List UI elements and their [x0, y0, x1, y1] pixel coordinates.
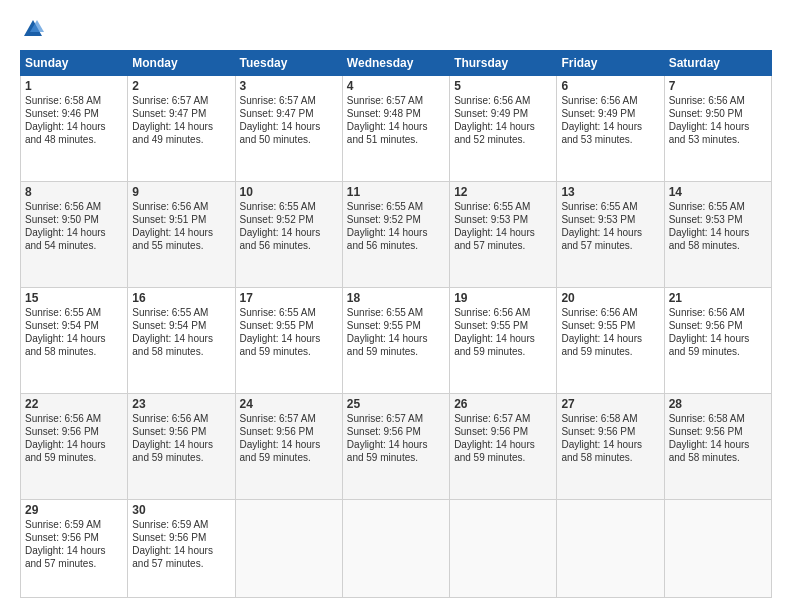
day-number: 3	[240, 79, 338, 93]
day-number: 7	[669, 79, 767, 93]
calendar-cell: 7 Sunrise: 6:56 AM Sunset: 9:50 PM Dayli…	[664, 76, 771, 182]
calendar-cell: 18 Sunrise: 6:55 AM Sunset: 9:55 PM Dayl…	[342, 287, 449, 393]
day-info: Sunrise: 6:58 AM Sunset: 9:46 PM Dayligh…	[25, 94, 123, 146]
day-info: Sunrise: 6:57 AM Sunset: 9:47 PM Dayligh…	[132, 94, 230, 146]
day-number: 23	[132, 397, 230, 411]
day-number: 12	[454, 185, 552, 199]
day-number: 15	[25, 291, 123, 305]
calendar-cell: 14 Sunrise: 6:55 AM Sunset: 9:53 PM Dayl…	[664, 181, 771, 287]
day-number: 10	[240, 185, 338, 199]
day-number: 25	[347, 397, 445, 411]
day-info: Sunrise: 6:57 AM Sunset: 9:48 PM Dayligh…	[347, 94, 445, 146]
day-info: Sunrise: 6:56 AM Sunset: 9:51 PM Dayligh…	[132, 200, 230, 252]
calendar-cell: 9 Sunrise: 6:56 AM Sunset: 9:51 PM Dayli…	[128, 181, 235, 287]
day-number: 5	[454, 79, 552, 93]
day-info: Sunrise: 6:56 AM Sunset: 9:50 PM Dayligh…	[669, 94, 767, 146]
calendar-cell	[450, 499, 557, 597]
calendar-cell: 8 Sunrise: 6:56 AM Sunset: 9:50 PM Dayli…	[21, 181, 128, 287]
day-number: 13	[561, 185, 659, 199]
day-number: 16	[132, 291, 230, 305]
day-info: Sunrise: 6:57 AM Sunset: 9:56 PM Dayligh…	[454, 412, 552, 464]
day-info: Sunrise: 6:59 AM Sunset: 9:56 PM Dayligh…	[132, 518, 230, 570]
day-info: Sunrise: 6:55 AM Sunset: 9:52 PM Dayligh…	[240, 200, 338, 252]
calendar-cell: 24 Sunrise: 6:57 AM Sunset: 9:56 PM Dayl…	[235, 393, 342, 499]
calendar-cell: 17 Sunrise: 6:55 AM Sunset: 9:55 PM Dayl…	[235, 287, 342, 393]
calendar-cell: 28 Sunrise: 6:58 AM Sunset: 9:56 PM Dayl…	[664, 393, 771, 499]
day-info: Sunrise: 6:55 AM Sunset: 9:55 PM Dayligh…	[347, 306, 445, 358]
calendar-row: 1 Sunrise: 6:58 AM Sunset: 9:46 PM Dayli…	[21, 76, 772, 182]
calendar-cell: 26 Sunrise: 6:57 AM Sunset: 9:56 PM Dayl…	[450, 393, 557, 499]
calendar-row: 15 Sunrise: 6:55 AM Sunset: 9:54 PM Dayl…	[21, 287, 772, 393]
calendar-cell: 11 Sunrise: 6:55 AM Sunset: 9:52 PM Dayl…	[342, 181, 449, 287]
day-info: Sunrise: 6:56 AM Sunset: 9:55 PM Dayligh…	[454, 306, 552, 358]
day-number: 11	[347, 185, 445, 199]
calendar-cell: 1 Sunrise: 6:58 AM Sunset: 9:46 PM Dayli…	[21, 76, 128, 182]
day-number: 6	[561, 79, 659, 93]
calendar-cell: 15 Sunrise: 6:55 AM Sunset: 9:54 PM Dayl…	[21, 287, 128, 393]
calendar-row: 22 Sunrise: 6:56 AM Sunset: 9:56 PM Dayl…	[21, 393, 772, 499]
day-number: 21	[669, 291, 767, 305]
day-number: 17	[240, 291, 338, 305]
day-number: 20	[561, 291, 659, 305]
day-info: Sunrise: 6:58 AM Sunset: 9:56 PM Dayligh…	[669, 412, 767, 464]
day-number: 29	[25, 503, 123, 517]
calendar-cell: 23 Sunrise: 6:56 AM Sunset: 9:56 PM Dayl…	[128, 393, 235, 499]
day-number: 28	[669, 397, 767, 411]
calendar-cell: 30 Sunrise: 6:59 AM Sunset: 9:56 PM Dayl…	[128, 499, 235, 597]
day-of-week-header: Wednesday	[342, 51, 449, 76]
day-number: 8	[25, 185, 123, 199]
day-of-week-header: Friday	[557, 51, 664, 76]
calendar-cell: 27 Sunrise: 6:58 AM Sunset: 9:56 PM Dayl…	[557, 393, 664, 499]
day-info: Sunrise: 6:55 AM Sunset: 9:53 PM Dayligh…	[669, 200, 767, 252]
day-number: 30	[132, 503, 230, 517]
calendar-cell: 16 Sunrise: 6:55 AM Sunset: 9:54 PM Dayl…	[128, 287, 235, 393]
day-info: Sunrise: 6:56 AM Sunset: 9:56 PM Dayligh…	[132, 412, 230, 464]
calendar-header: SundayMondayTuesdayWednesdayThursdayFrid…	[21, 51, 772, 76]
day-info: Sunrise: 6:55 AM Sunset: 9:55 PM Dayligh…	[240, 306, 338, 358]
calendar-cell: 6 Sunrise: 6:56 AM Sunset: 9:49 PM Dayli…	[557, 76, 664, 182]
page-header	[20, 18, 772, 40]
calendar-cell: 21 Sunrise: 6:56 AM Sunset: 9:56 PM Dayl…	[664, 287, 771, 393]
day-number: 9	[132, 185, 230, 199]
day-of-week-header: Tuesday	[235, 51, 342, 76]
day-info: Sunrise: 6:58 AM Sunset: 9:56 PM Dayligh…	[561, 412, 659, 464]
calendar-cell: 29 Sunrise: 6:59 AM Sunset: 9:56 PM Dayl…	[21, 499, 128, 597]
day-number: 19	[454, 291, 552, 305]
logo-icon	[22, 18, 44, 40]
calendar-cell: 2 Sunrise: 6:57 AM Sunset: 9:47 PM Dayli…	[128, 76, 235, 182]
day-of-week-header: Thursday	[450, 51, 557, 76]
day-info: Sunrise: 6:55 AM Sunset: 9:54 PM Dayligh…	[25, 306, 123, 358]
day-number: 14	[669, 185, 767, 199]
calendar-cell: 12 Sunrise: 6:55 AM Sunset: 9:53 PM Dayl…	[450, 181, 557, 287]
calendar-cell: 20 Sunrise: 6:56 AM Sunset: 9:55 PM Dayl…	[557, 287, 664, 393]
calendar-cell: 10 Sunrise: 6:55 AM Sunset: 9:52 PM Dayl…	[235, 181, 342, 287]
day-number: 22	[25, 397, 123, 411]
day-info: Sunrise: 6:56 AM Sunset: 9:49 PM Dayligh…	[454, 94, 552, 146]
day-info: Sunrise: 6:57 AM Sunset: 9:56 PM Dayligh…	[240, 412, 338, 464]
day-of-week-header: Sunday	[21, 51, 128, 76]
calendar-cell	[557, 499, 664, 597]
calendar-cell: 4 Sunrise: 6:57 AM Sunset: 9:48 PM Dayli…	[342, 76, 449, 182]
calendar-cell	[664, 499, 771, 597]
calendar-cell	[342, 499, 449, 597]
day-info: Sunrise: 6:56 AM Sunset: 9:49 PM Dayligh…	[561, 94, 659, 146]
day-info: Sunrise: 6:56 AM Sunset: 9:50 PM Dayligh…	[25, 200, 123, 252]
day-number: 4	[347, 79, 445, 93]
day-info: Sunrise: 6:55 AM Sunset: 9:53 PM Dayligh…	[561, 200, 659, 252]
day-info: Sunrise: 6:57 AM Sunset: 9:47 PM Dayligh…	[240, 94, 338, 146]
day-number: 27	[561, 397, 659, 411]
day-info: Sunrise: 6:56 AM Sunset: 9:56 PM Dayligh…	[669, 306, 767, 358]
day-info: Sunrise: 6:55 AM Sunset: 9:52 PM Dayligh…	[347, 200, 445, 252]
day-number: 18	[347, 291, 445, 305]
calendar-cell	[235, 499, 342, 597]
calendar-cell: 22 Sunrise: 6:56 AM Sunset: 9:56 PM Dayl…	[21, 393, 128, 499]
day-number: 24	[240, 397, 338, 411]
calendar-row: 8 Sunrise: 6:56 AM Sunset: 9:50 PM Dayli…	[21, 181, 772, 287]
calendar-row: 29 Sunrise: 6:59 AM Sunset: 9:56 PM Dayl…	[21, 499, 772, 597]
header-row: SundayMondayTuesdayWednesdayThursdayFrid…	[21, 51, 772, 76]
calendar-cell: 13 Sunrise: 6:55 AM Sunset: 9:53 PM Dayl…	[557, 181, 664, 287]
day-of-week-header: Saturday	[664, 51, 771, 76]
calendar-body: 1 Sunrise: 6:58 AM Sunset: 9:46 PM Dayli…	[21, 76, 772, 598]
calendar-cell: 25 Sunrise: 6:57 AM Sunset: 9:56 PM Dayl…	[342, 393, 449, 499]
day-info: Sunrise: 6:59 AM Sunset: 9:56 PM Dayligh…	[25, 518, 123, 570]
